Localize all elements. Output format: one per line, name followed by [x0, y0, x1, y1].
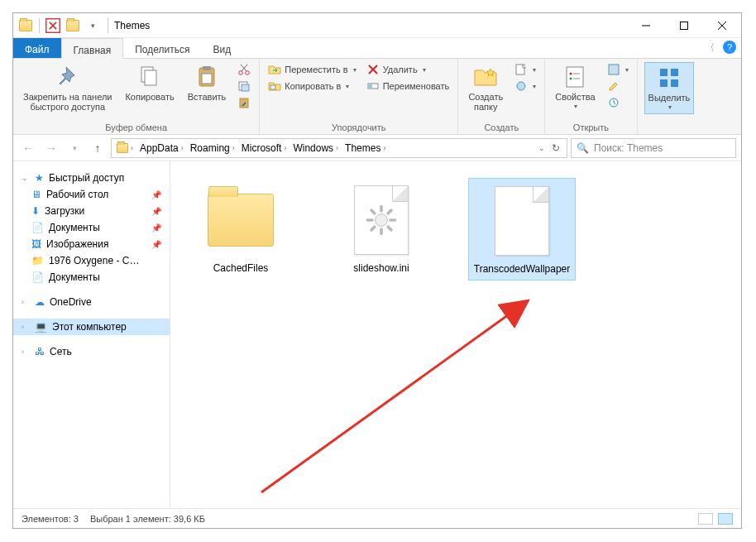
qat-dropdown-icon[interactable]: ▾ [84, 17, 102, 35]
breadcrumb-item[interactable]: Windows› [289, 142, 342, 154]
chevron-right-icon: › [383, 144, 385, 152]
tab-file[interactable]: Файл [13, 38, 61, 58]
pin-icon: 📌 [151, 190, 161, 199]
downloads-icon: ⬇ [31, 205, 40, 217]
help-icon[interactable]: ? [723, 41, 736, 54]
copy-button[interactable]: Копировать [122, 62, 177, 103]
new-folder-button[interactable]: Создать папку [465, 62, 506, 113]
forward-button[interactable]: → [41, 138, 61, 158]
breadcrumb-root[interactable]: › [113, 143, 136, 153]
breadcrumb-item[interactable]: Themes› [342, 142, 389, 154]
file-item-folder[interactable]: CachedFiles [187, 178, 294, 279]
chevron-right-icon: › [232, 144, 235, 152]
copy-path-button[interactable] [236, 79, 252, 94]
folder-icon: 📁 [31, 255, 44, 266]
group-organize: Переместить в▾ Копировать в▾ Удалить▾ Пе… [260, 59, 458, 134]
tab-home[interactable]: Главная [61, 38, 124, 59]
open-button[interactable]: ▾ [605, 62, 630, 77]
file-list[interactable]: CachedFiles slideshow.ini TranscodedWall… [170, 161, 741, 508]
sidebar-item-documents[interactable]: 📄Документы📌 [13, 219, 170, 236]
new-folder-qat-icon[interactable] [64, 17, 82, 35]
documents-icon: 📄 [31, 271, 44, 283]
open-small-buttons: ▾ [605, 62, 630, 110]
recent-locations-button[interactable]: ▾ [65, 138, 84, 158]
sidebar-label: Изображения [46, 238, 108, 250]
sidebar-item-pictures[interactable]: 🖼Изображения📌 [13, 236, 170, 252]
sidebar-item-documents-2[interactable]: 📄Документы [13, 269, 170, 285]
view-switcher [698, 513, 733, 525]
copy-to-button[interactable]: Копировать в▾ [266, 79, 357, 94]
divider [39, 18, 40, 33]
maximize-button[interactable] [665, 13, 703, 38]
new-item-button[interactable]: ▾ [513, 62, 538, 77]
up-button[interactable]: ↑ [88, 138, 108, 158]
pin-icon [55, 64, 81, 90]
copy-to-icon [268, 79, 281, 93]
sidebar-item-this-pc[interactable]: ›💻Этот компьютер [13, 319, 170, 335]
sidebar-item-desktop[interactable]: 🖥Рабочий стол📌 [13, 186, 170, 203]
status-count: Элементов: 3 [22, 514, 79, 524]
sidebar-label: 1976 Oxygene - CD2 [49, 255, 140, 266]
copy-icon [136, 64, 163, 90]
search-input[interactable]: 🔍 Поиск: Themes [571, 138, 736, 158]
paste-shortcut-button[interactable] [236, 95, 252, 110]
svg-rect-4 [145, 70, 156, 85]
window-title: Themes [111, 20, 627, 31]
address-dropdown-icon[interactable]: ⌄ [538, 144, 545, 152]
file-icon [344, 183, 419, 257]
collapse-ribbon-icon[interactable]: 〈 [706, 41, 715, 54]
close-button[interactable] [703, 13, 741, 38]
properties-button[interactable]: Свойства ▾ [552, 62, 598, 113]
breadcrumb-item[interactable]: Roaming› [187, 142, 238, 154]
svg-point-27 [376, 214, 388, 227]
divider [108, 18, 108, 33]
icons-view-button[interactable] [718, 513, 733, 525]
pictures-icon: 🖼 [31, 238, 41, 250]
ribbon-help-area: 〈 ? [706, 41, 736, 54]
tab-share[interactable]: Поделиться [123, 38, 201, 58]
breadcrumb-item[interactable]: AppData› [136, 142, 187, 154]
properties-icon [562, 64, 588, 90]
tab-view[interactable]: Вид [201, 38, 242, 58]
sidebar-item-onedrive[interactable]: ›☁OneDrive [13, 294, 170, 310]
file-item-selected[interactable]: TranscodedWallpaper [468, 178, 576, 281]
navigation-pane[interactable]: ⌄★Быстрый доступ 🖥Рабочий стол📌 ⬇Загрузк… [13, 161, 170, 508]
sidebar-item-folder[interactable]: 📁1976 Oxygene - CD2 [13, 252, 170, 269]
back-button[interactable]: ← [18, 138, 38, 158]
sidebar-item-downloads[interactable]: ⬇Загрузки📌 [13, 203, 170, 219]
cut-button[interactable] [236, 62, 252, 77]
chevron-down-icon: ▾ [668, 104, 672, 112]
sidebar-item-network[interactable]: ›🖧Сеть [13, 343, 170, 360]
delete-button[interactable]: Удалить▾ [365, 62, 452, 77]
move-to-button[interactable]: Переместить в▾ [266, 62, 357, 77]
sidebar-item-quick-access[interactable]: ⌄★Быстрый доступ [13, 170, 170, 186]
edit-button[interactable] [605, 79, 630, 94]
paste-button[interactable]: Вставить [184, 62, 230, 103]
sidebar-label: Документы [49, 271, 100, 283]
select-button[interactable]: Выделить ▾ [644, 62, 695, 114]
breadcrumb-item[interactable]: Microsoft› [238, 142, 290, 154]
delete-icon [366, 63, 380, 76]
rename-button[interactable]: Переименовать [365, 79, 452, 94]
address-bar[interactable]: › AppData› Roaming› Microsoft› Windows› … [111, 138, 567, 158]
history-icon [607, 96, 620, 109]
quick-access-toolbar: ▾ [13, 17, 105, 35]
details-view-button[interactable] [698, 513, 713, 525]
new-folder-label: Создать папку [468, 92, 503, 112]
sidebar-label: Загрузки [45, 205, 84, 217]
rename-icon [366, 79, 380, 93]
minimize-button[interactable] [627, 13, 665, 38]
sidebar-label: Этот компьютер [52, 321, 127, 333]
pin-icon: 📌 [151, 207, 161, 216]
easy-access-button[interactable]: ▾ [513, 79, 538, 94]
file-icon [485, 184, 559, 258]
refresh-icon[interactable]: ↻ [552, 142, 560, 154]
folder-icon [117, 143, 128, 153]
properties-qat-icon[interactable] [44, 17, 62, 35]
folder-icon[interactable] [17, 17, 35, 35]
history-button[interactable] [605, 95, 630, 110]
ribbon-tabs: Файл Главная Поделиться Вид 〈 ? [13, 38, 741, 59]
pin-to-quick-access-button[interactable]: Закрепить на панели быстрого доступа [20, 62, 115, 113]
select-icon [656, 65, 682, 91]
file-item-ini[interactable]: slideshow.ini [328, 178, 435, 279]
